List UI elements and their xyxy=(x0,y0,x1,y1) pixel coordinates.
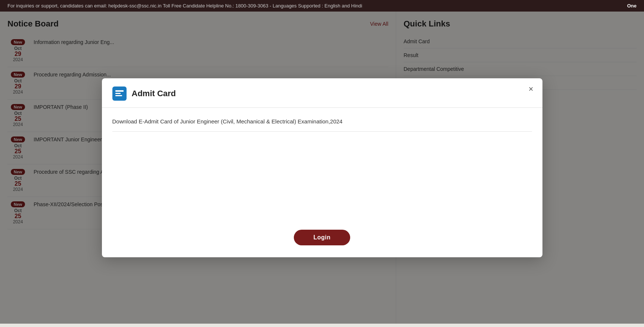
one-time-label: One xyxy=(627,3,637,9)
admit-card-icon xyxy=(112,87,127,101)
svg-rect-2 xyxy=(115,95,122,96)
modal-overlay: Admit Card × Download E-Admit Card of Ju… xyxy=(0,12,644,324)
page-background: Notice Board View All New Oct 29 2024 In… xyxy=(0,12,644,324)
modal-title: Admit Card xyxy=(132,89,176,98)
admit-card-modal: Admit Card × Download E-Admit Card of Ju… xyxy=(102,78,542,257)
ticker-message: For inquiries or support, candidates can… xyxy=(7,3,362,9)
modal-body: Download E-Admit Card of Junior Engineer… xyxy=(102,108,542,221)
modal-header: Admit Card × xyxy=(102,78,542,108)
modal-close-button[interactable]: × xyxy=(529,85,533,93)
ticker-bar: For inquiries or support, candidates can… xyxy=(0,0,644,12)
svg-rect-1 xyxy=(115,93,121,94)
modal-description: Download E-Admit Card of Junior Engineer… xyxy=(112,118,532,132)
modal-footer: Login xyxy=(102,221,542,257)
svg-rect-0 xyxy=(115,90,124,92)
login-button[interactable]: Login xyxy=(294,230,350,245)
